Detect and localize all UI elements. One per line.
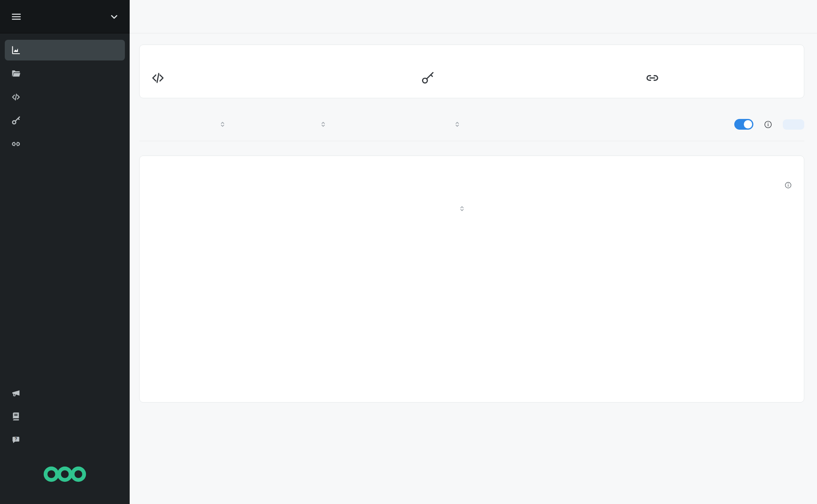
stat-reachable-supply-chain[interactable] (645, 71, 675, 85)
main-area (130, 0, 817, 504)
code-icon (11, 92, 21, 102)
chain-link-icon (645, 71, 659, 85)
legend-item-net-change (671, 378, 682, 383)
open-backlog-legend (152, 385, 466, 391)
legend-item-code (276, 385, 286, 391)
topbar (130, 0, 817, 33)
chain-link-icon (11, 139, 21, 149)
folder-icon (11, 69, 21, 78)
time-period-filter (139, 121, 226, 128)
legend-item-ignored (644, 378, 654, 383)
filters-row (139, 119, 804, 141)
backlog-activity-section (478, 205, 792, 391)
code-icon (151, 71, 165, 85)
backlog-activity-combo-chart (478, 214, 792, 370)
dashboard-chart-icon (11, 45, 21, 55)
total-net-new (781, 177, 792, 189)
sidebar-item-help[interactable]: ? (5, 430, 125, 450)
app-root: ? (0, 0, 817, 504)
charts-row (152, 205, 792, 391)
megaphone-icon (11, 388, 21, 398)
filters-button[interactable] (783, 119, 804, 130)
open-backlog-area-chart (152, 222, 466, 377)
projects-select[interactable] (348, 121, 461, 128)
sidebar-nav (0, 33, 130, 157)
legend-item-fixed (616, 378, 626, 383)
sidebar-item-docs[interactable] (5, 406, 125, 427)
open-backlog-section (152, 205, 466, 391)
product-select[interactable] (247, 121, 327, 128)
chevron-down-icon[interactable] (109, 12, 119, 22)
production-backlog-card (139, 156, 804, 403)
group-by-select[interactable] (434, 205, 466, 212)
sidebar: ? (0, 0, 130, 504)
priority-stats-row (151, 71, 793, 85)
projects-filter (343, 121, 461, 128)
legend-item-supply-chain (331, 385, 342, 391)
updown-caret-icon (219, 121, 226, 128)
recommended-priority-toggle[interactable] (734, 119, 753, 130)
info-icon[interactable] (764, 120, 772, 129)
legend-item-secrets (303, 385, 314, 391)
key-icon (420, 71, 435, 85)
key-icon (11, 116, 21, 125)
help-bubble-icon: ? (11, 435, 21, 445)
svg-text:?: ? (15, 436, 17, 441)
sidebar-item-code[interactable] (5, 87, 125, 107)
greptile-logo (5, 453, 125, 500)
total-fixed (342, 177, 525, 189)
priority-findings-card (139, 45, 804, 98)
total-ignored (525, 177, 781, 189)
info-icon[interactable] (784, 181, 792, 189)
stat-high-confidence-code[interactable] (151, 71, 420, 85)
total-opened (152, 177, 342, 189)
product-filter (242, 121, 327, 128)
sidebar-item-projects[interactable] (5, 63, 125, 84)
backlog-activity-legend (478, 378, 792, 383)
sidebar-item-secrets[interactable] (5, 110, 125, 131)
updown-caret-icon (453, 121, 461, 128)
sidebar-item-dashboard[interactable] (5, 40, 125, 60)
book-icon (11, 412, 21, 421)
stat-valid-secrets[interactable] (420, 71, 645, 85)
time-period-select[interactable] (144, 121, 226, 128)
updown-caret-icon (319, 121, 327, 128)
org-switcher[interactable] (0, 0, 130, 33)
legend-item-new (588, 378, 598, 383)
sidebar-footer: ? (0, 383, 130, 504)
updown-caret-icon (458, 205, 466, 212)
backlog-totals-row (152, 177, 792, 189)
sidebar-item-supply-chain[interactable] (5, 134, 125, 154)
recommended-priority-toggle-group (734, 119, 772, 130)
content (130, 33, 817, 504)
hamburger-menu-icon[interactable] (10, 11, 22, 23)
sidebar-item-feedback[interactable] (5, 383, 125, 403)
